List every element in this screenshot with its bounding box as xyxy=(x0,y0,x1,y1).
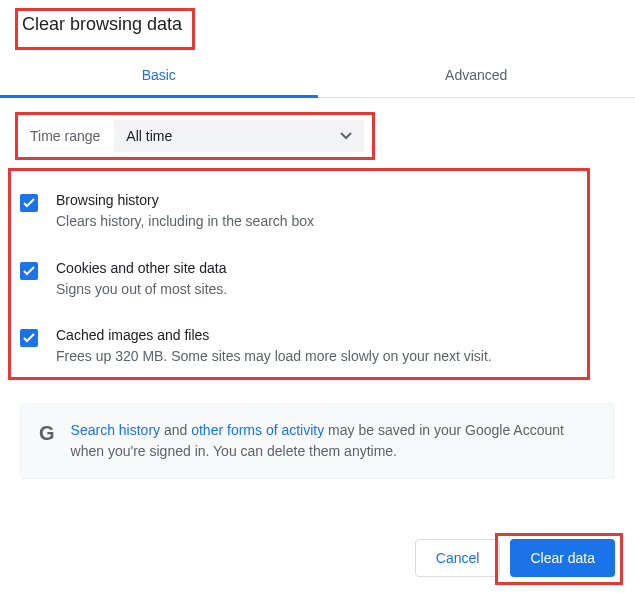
info-text-part: and xyxy=(160,422,191,438)
other-activity-link[interactable]: other forms of activity xyxy=(191,422,324,438)
checkbox-cookies[interactable] xyxy=(20,262,38,280)
option-cookies: Cookies and other site data Signs you ou… xyxy=(20,246,615,314)
option-browsing-history: Browsing history Clears history, includi… xyxy=(20,178,615,246)
dialog-title: Clear browsing data xyxy=(0,0,182,47)
option-title: Cached images and files xyxy=(56,327,615,343)
google-logo-icon: G xyxy=(39,422,55,445)
chevron-down-icon xyxy=(340,132,352,140)
time-range-value: All time xyxy=(126,128,172,144)
time-range-row: Time range All time xyxy=(22,114,372,158)
tabs: Basic Advanced xyxy=(0,53,635,98)
time-range-label: Time range xyxy=(30,128,100,144)
option-desc: Clears history, including in the search … xyxy=(56,212,615,232)
tab-basic[interactable]: Basic xyxy=(0,53,318,97)
time-range-select[interactable]: All time xyxy=(114,120,364,152)
option-cached: Cached images and files Frees up 320 MB.… xyxy=(20,313,615,381)
checkbox-cached[interactable] xyxy=(20,329,38,347)
option-title: Cookies and other site data xyxy=(56,260,615,276)
info-text: Search history and other forms of activi… xyxy=(71,420,596,462)
option-desc: Signs you out of most sites. xyxy=(56,280,615,300)
option-desc: Frees up 320 MB. Some sites may load mor… xyxy=(56,347,615,367)
cancel-button[interactable]: Cancel xyxy=(415,539,501,577)
options-list: Browsing history Clears history, includi… xyxy=(12,172,623,389)
tab-advanced[interactable]: Advanced xyxy=(318,53,636,97)
option-title: Browsing history xyxy=(56,192,615,208)
search-history-link[interactable]: Search history xyxy=(71,422,160,438)
clear-data-button[interactable]: Clear data xyxy=(510,539,615,577)
checkbox-browsing-history[interactable] xyxy=(20,194,38,212)
info-box: G Search history and other forms of acti… xyxy=(20,403,615,479)
dialog-footer: Cancel Clear data xyxy=(415,539,615,577)
